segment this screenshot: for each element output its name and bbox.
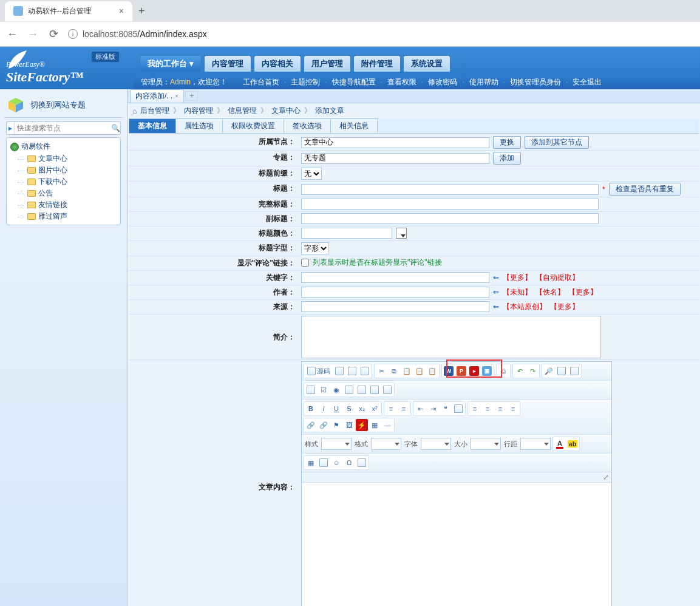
intro-textarea[interactable] — [301, 316, 601, 358]
forward-button[interactable]: → — [27, 28, 39, 41]
site-info-icon[interactable]: i — [68, 29, 78, 39]
textarea-icon[interactable] — [356, 384, 368, 396]
bullist-icon[interactable]: ≡ — [398, 403, 410, 415]
sublink-logout[interactable]: 安全退出 — [570, 77, 604, 87]
title-check-button[interactable]: 检查是否具有重复 — [609, 183, 681, 196]
bold-icon[interactable]: B — [305, 403, 317, 415]
showcomment-checkbox[interactable] — [301, 259, 309, 267]
superscript-icon[interactable]: x² — [369, 403, 381, 415]
subscript-icon[interactable]: x₂ — [356, 403, 368, 415]
new-tab-button[interactable]: + — [132, 1, 151, 21]
form-tab-sign[interactable]: 签收选项 — [284, 118, 331, 133]
pagebreak-icon[interactable] — [356, 457, 368, 469]
link-icon[interactable]: 🔗 — [305, 419, 317, 431]
templates-icon[interactable] — [318, 457, 330, 469]
sublink-help[interactable]: 使用帮助 — [467, 77, 501, 87]
print-icon[interactable]: ⎙ — [497, 365, 509, 377]
search-icon[interactable]: 🔍 — [110, 122, 120, 134]
select-icon[interactable] — [369, 384, 381, 396]
titlecolor-input[interactable] — [301, 228, 392, 239]
textfield-icon[interactable] — [343, 384, 355, 396]
tab-close-icon[interactable]: × — [119, 6, 124, 16]
radio-icon[interactable]: ◉ — [330, 384, 342, 396]
topic-add-button[interactable]: 添加 — [493, 152, 521, 165]
au-anon-link[interactable]: 【佚名】 — [535, 287, 565, 298]
div-icon[interactable] — [452, 403, 464, 415]
numlist-icon[interactable]: ≡ — [385, 403, 397, 415]
style-select[interactable] — [321, 438, 352, 450]
maximize-icon[interactable]: ⤢ — [603, 473, 609, 482]
insert-ppt-icon[interactable]: P — [455, 365, 467, 377]
au-more-link[interactable]: 【更多】 — [568, 287, 597, 298]
subtitle-input[interactable] — [301, 213, 599, 224]
sublink-home[interactable]: 工作台首页 — [240, 77, 282, 87]
outdent-icon[interactable]: ⇤ — [414, 403, 426, 415]
source-button[interactable]: 源码 — [305, 365, 333, 377]
tree-root[interactable]: 动易软件 — [9, 140, 118, 153]
tree-item-download[interactable]: 下载中心 — [9, 176, 118, 188]
form-tab-attr[interactable]: 属性选项 — [175, 118, 223, 133]
save-icon[interactable] — [333, 365, 345, 377]
newpage-icon[interactable] — [346, 365, 358, 377]
sublink-perm[interactable]: 查看权限 — [385, 77, 419, 87]
prefix-select[interactable]: 无 — [301, 168, 322, 180]
paste-icon[interactable]: 📋 — [401, 365, 413, 377]
redo-icon[interactable]: ↷ — [526, 365, 539, 377]
source-input[interactable] — [301, 301, 489, 312]
blockquote-icon[interactable]: ❝ — [440, 403, 452, 415]
paste-word-icon[interactable]: 📋 — [426, 365, 438, 377]
font-select[interactable] — [421, 438, 451, 450]
back-button[interactable]: ← — [6, 28, 18, 41]
form-icon[interactable] — [305, 384, 317, 396]
underline-icon[interactable]: U — [330, 403, 342, 415]
main-tab-user[interactable]: 用户管理 — [304, 55, 351, 72]
close-icon[interactable]: × — [175, 93, 178, 100]
bc-item[interactable]: 内容管理 — [184, 106, 213, 116]
src-more-link[interactable]: 【更多】 — [550, 302, 579, 312]
unlink-icon[interactable]: 🔗 — [318, 419, 330, 431]
topic-input[interactable] — [301, 153, 489, 164]
checkbox-icon[interactable]: ☑ — [318, 384, 330, 396]
kw-auto-link[interactable]: 【自动提取】 — [535, 273, 579, 283]
main-tab-system[interactable]: 系统设置 — [403, 55, 450, 72]
sublink-switch[interactable]: 切换管理员身份 — [508, 77, 563, 87]
main-tab-content[interactable]: 内容管理 — [204, 55, 251, 72]
find-icon[interactable]: 🔎 — [543, 365, 555, 377]
lineheight-select[interactable] — [520, 438, 551, 450]
add-content-tab[interactable]: + — [185, 91, 198, 101]
au-unknown-link[interactable]: 【未知】 — [503, 287, 532, 298]
sublink-pwd[interactable]: 修改密码 — [426, 77, 460, 87]
reload-button[interactable]: ⟳ — [47, 27, 59, 41]
paste-text-icon[interactable]: 📋 — [413, 365, 426, 377]
title-input[interactable] — [301, 184, 599, 195]
selectall-icon[interactable] — [568, 365, 580, 377]
indent-icon[interactable]: ⇥ — [427, 403, 439, 415]
node-addother-button[interactable]: 添加到其它节点 — [525, 136, 589, 149]
hr-icon[interactable]: — — [381, 419, 393, 431]
color-picker-button[interactable] — [396, 228, 407, 239]
align-center-icon[interactable]: ≡ — [481, 403, 494, 415]
align-right-icon[interactable]: ≡ — [494, 403, 506, 415]
editor-content-area[interactable] — [302, 482, 611, 606]
main-tab-attach[interactable]: 附件管理 — [353, 55, 401, 72]
main-tab-related[interactable]: 内容相关 — [254, 55, 301, 72]
tree-item-guestbook[interactable]: 雁过留声 — [9, 211, 118, 222]
sublink-theme[interactable]: 主题控制 — [288, 77, 322, 87]
textcolor-icon[interactable]: A — [554, 438, 566, 450]
bc-item[interactable]: 信息管理 — [228, 106, 257, 116]
node-input[interactable] — [301, 137, 489, 148]
fulltitle-input[interactable] — [301, 199, 599, 209]
italic-icon[interactable]: I — [318, 403, 330, 415]
undo-icon[interactable]: ↶ — [514, 365, 526, 377]
copy-icon[interactable]: ⧉ — [388, 365, 400, 377]
bgcolor-icon[interactable]: ab — [566, 438, 579, 450]
anchor-icon[interactable]: ⚑ — [330, 419, 342, 431]
bc-item[interactable]: 文章中心 — [271, 106, 301, 116]
smiley-icon[interactable]: ☺ — [330, 457, 342, 469]
author-input[interactable] — [301, 287, 489, 298]
button-icon[interactable] — [381, 384, 393, 396]
insert-pdf-icon[interactable]: ▸ — [468, 365, 480, 377]
cut-icon[interactable]: ✂ — [375, 365, 387, 377]
kw-more-link[interactable]: 【更多】 — [503, 273, 532, 283]
form-tab-basic[interactable]: 基本信息 — [129, 118, 176, 133]
